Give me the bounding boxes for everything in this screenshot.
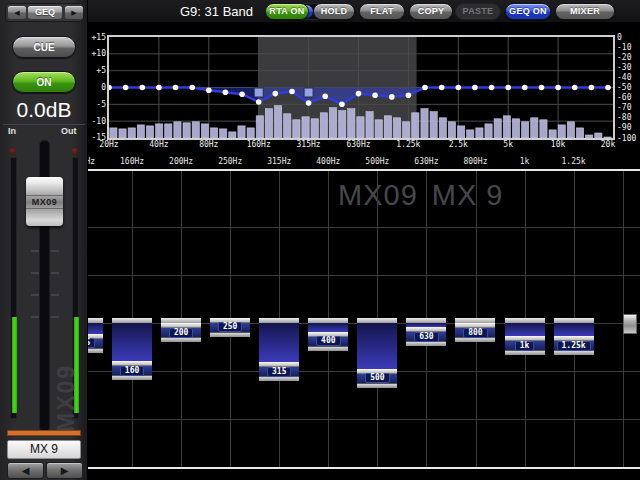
band-gain-fill: [88, 323, 103, 334]
right-axis-label: -60: [617, 93, 639, 102]
channel-strip: ◀ GEQ ▶ CUE ON 0.0dB In Out MX09 MX09: [0, 0, 88, 480]
toolbar-button-hold[interactable]: HOLD: [313, 3, 355, 20]
page-title: G9: 31 Band: [180, 4, 253, 19]
left-axis-label: +5: [88, 66, 106, 75]
fader-handle-face: 500: [357, 374, 397, 383]
left-axis-label: +10: [88, 49, 106, 58]
x-tick-label: 20k: [591, 140, 625, 149]
band-frequency-label: 630Hz: [401, 157, 451, 166]
toolbar-button-geq-on[interactable]: GEQ ON: [505, 3, 551, 20]
band-fader-400[interactable]: 400: [308, 332, 348, 350]
band-fader-630[interactable]: 630: [406, 327, 446, 345]
band-fader-200[interactable]: 200: [161, 323, 201, 341]
band-fader-label: 1.25k: [557, 341, 591, 351]
geq-selector-label[interactable]: GEQ: [28, 6, 62, 19]
channel-watermark: MX09 MX 9: [338, 179, 503, 212]
fader-handle-bottom: [554, 350, 594, 355]
band-gain-fill: [112, 323, 152, 361]
toolbar-button-copy[interactable]: COPY: [409, 3, 453, 20]
left-axis-label: -5: [88, 100, 106, 109]
fader-handle-bottom: [210, 332, 250, 337]
geq-next-button[interactable]: ▶: [65, 6, 83, 19]
band-gain-fill: [308, 323, 348, 332]
left-axis-label: +15: [88, 33, 106, 42]
band-fader-label: 125: [88, 338, 95, 348]
right-axis-label: -50: [617, 83, 639, 92]
band-fader-160[interactable]: 160: [112, 361, 152, 379]
channel-prev-button[interactable]: ◀: [7, 462, 44, 479]
toolbar-button-paste: PASTE: [455, 3, 501, 20]
fader-tick: [31, 272, 39, 274]
fader-tick: [51, 272, 59, 274]
partial-next-band-fader[interactable]: [623, 314, 637, 334]
right-axis-label: -70: [617, 103, 639, 112]
toolbar-button-rta-on[interactable]: RTA ON: [265, 3, 309, 20]
right-axis-label: -40: [617, 73, 639, 82]
fader-grid-hline: [88, 227, 640, 228]
fader-handle-bottom: [161, 337, 201, 342]
band-fader-800[interactable]: 800: [455, 323, 495, 341]
geq-prev-button[interactable]: ◀: [8, 6, 26, 19]
in-meter: [10, 157, 17, 419]
band-frequency-label: 315Hz: [254, 157, 304, 166]
fader-handle-bottom: [88, 348, 103, 353]
band-fader-label: 315: [267, 367, 291, 377]
gain-readout: 0.0dB: [0, 97, 88, 123]
band-label-row: 125Hz160Hz200Hz250Hz315Hz400Hz500Hz630Hz…: [88, 156, 640, 169]
fader-handle-bottom: [259, 376, 299, 381]
eq-plot[interactable]: [109, 37, 613, 138]
band-frequency-label: 1.25k: [549, 157, 599, 166]
band-gain-fill: [505, 323, 545, 336]
fader-handle-face: 800: [455, 328, 495, 337]
fader-tick: [51, 316, 59, 318]
band-frequency-label: 200Hz: [156, 157, 206, 166]
fader-handle-bottom: [455, 337, 495, 342]
on-button[interactable]: ON: [12, 71, 76, 93]
band-gain-fill: [554, 323, 594, 336]
geq-selector: ◀ GEQ ▶: [5, 3, 84, 22]
band-fader-315[interactable]: 315: [259, 362, 299, 380]
x-tick-label: 630Hz: [342, 140, 376, 149]
fader-handle-bottom: [505, 350, 545, 355]
band-fader-250[interactable]: 250: [210, 318, 250, 336]
fader-handle-face: 250: [210, 323, 250, 332]
meter-out-label: Out: [61, 126, 77, 136]
toolbar-button-flat[interactable]: FLAT: [359, 3, 405, 20]
channel-watermark-vertical: MX09: [53, 342, 80, 432]
right-axis-label: -30: [617, 63, 639, 72]
band-fader-500[interactable]: 500: [357, 369, 397, 387]
x-tick-label: 5k: [491, 140, 525, 149]
x-tick-label: 315Hz: [292, 140, 326, 149]
x-tick-label: 1.25k: [391, 140, 425, 149]
fader-tick: [31, 294, 39, 296]
band-fader-1.25k[interactable]: 1.25k: [554, 336, 594, 354]
band-frequency-label: 160Hz: [107, 157, 157, 166]
band-fader-label: 1k: [515, 341, 535, 351]
fader-knob-label: MX09: [26, 195, 63, 209]
watermark-name: MX 9: [432, 179, 504, 212]
channel-next-button[interactable]: ▶: [46, 462, 83, 479]
fader-handle-face: 1.25k: [554, 341, 594, 350]
band-fader-1k[interactable]: 1k: [505, 336, 545, 354]
x-tick-label: 40Hz: [142, 140, 176, 149]
toolbar-button-mixer[interactable]: MIXER: [555, 3, 615, 20]
x-tick-label: 2.5k: [441, 140, 475, 149]
left-axis-label: 0: [88, 83, 106, 92]
band-frequency-label: 800Hz: [450, 157, 500, 166]
band-frequency-label: 1k: [500, 157, 550, 166]
fader-handle-face: 315: [259, 367, 299, 376]
band-fader-label: 500: [365, 373, 389, 383]
fader-handle-bottom: [406, 341, 446, 346]
band-frequency-label: 250Hz: [205, 157, 255, 166]
geq-editor-screen: ◀ GEQ ▶ CUE ON 0.0dB In Out MX09 MX09: [0, 0, 640, 480]
x-tick-label: 160Hz: [242, 140, 276, 149]
geq-band-fader-area: MX09 MX 9 1251602002503154005006308001k1…: [88, 171, 640, 467]
x-tick-label: 10k: [541, 140, 575, 149]
channel-fader-knob[interactable]: MX09: [26, 177, 63, 226]
right-axis-label: -90: [617, 123, 639, 132]
right-axis-label: -10: [617, 43, 639, 52]
cue-button[interactable]: CUE: [12, 36, 76, 58]
fader-handle-face: 1k: [505, 341, 545, 350]
band-gain-fill: [357, 323, 397, 369]
band-fader-125[interactable]: 125: [88, 334, 103, 352]
